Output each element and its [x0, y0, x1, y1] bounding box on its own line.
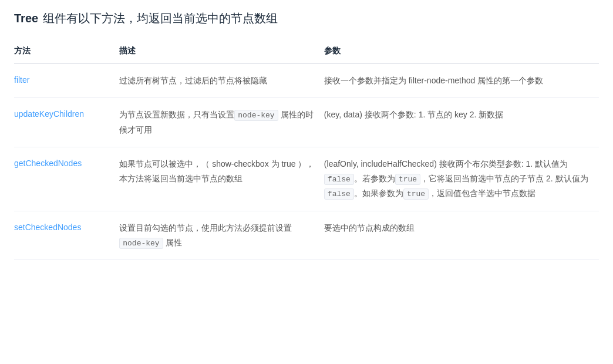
description-text: 如果节点可以被选中，（ show-checkbox 为 true ），本方法将返… — [119, 157, 317, 186]
page-wrapper: Tree 组件有以下方法，均返回当前选中的节点数组 方法 描述 参数 filte… — [0, 0, 613, 274]
inline-code: node-key — [119, 238, 163, 249]
header-row: 方法 描述 参数 — [14, 39, 599, 64]
inline-code: true — [395, 174, 420, 185]
table-body: filter过滤所有树节点，过滤后的节点将被隐藏接收一个参数并指定为 filte… — [14, 64, 599, 260]
col-parameter: 参数 — [324, 39, 599, 64]
table-row: updateKeyChildren为节点设置新数据，只有当设置node-key … — [14, 98, 599, 147]
methods-table: 方法 描述 参数 filter过滤所有树节点，过滤后的节点将被隐藏接收一个参数并… — [14, 39, 599, 260]
inline-code: false — [324, 188, 354, 200]
method-cell: updateKeyChildren — [14, 98, 119, 147]
inline-code: false — [324, 174, 354, 185]
table-row: filter过滤所有树节点，过滤后的节点将被隐藏接收一个参数并指定为 filte… — [14, 64, 599, 98]
inline-code: true — [403, 188, 429, 200]
method-name: getCheckedNodes — [14, 159, 82, 168]
method-cell: setCheckedNodes — [14, 211, 119, 260]
parameter-text: (leafOnly, includeHalfChecked) 接收两个布尔类型参… — [324, 157, 592, 201]
table-row: setCheckedNodes设置目前勾选的节点，使用此方法必须提前设置node… — [14, 211, 599, 260]
table-row: getCheckedNodes如果节点可以被选中，（ show-checkbox… — [14, 147, 599, 211]
title-keyword: Tree — [14, 9, 38, 27]
title-rest: 组件有以下方法，均返回当前选中的节点数组 — [43, 9, 278, 27]
description-cell: 过滤所有树节点，过滤后的节点将被隐藏 — [119, 64, 324, 98]
description-text: 过滤所有树节点，过滤后的节点将被隐藏 — [119, 73, 317, 88]
method-cell: filter — [14, 64, 119, 98]
parameter-cell: (key, data) 接收两个参数: 1. 节点的 key 2. 新数据 — [324, 98, 599, 147]
parameter-cell: (leafOnly, includeHalfChecked) 接收两个布尔类型参… — [324, 147, 599, 211]
method-name: setCheckedNodes — [14, 223, 81, 232]
parameter-text: (key, data) 接收两个参数: 1. 节点的 key 2. 新数据 — [324, 107, 592, 122]
parameter-cell: 接收一个参数并指定为 filter-node-method 属性的第一个参数 — [324, 64, 599, 98]
description-cell: 设置目前勾选的节点，使用此方法必须提前设置node-key 属性 — [119, 211, 324, 260]
table-head: 方法 描述 参数 — [14, 39, 599, 64]
description-cell: 如果节点可以被选中，（ show-checkbox 为 true ），本方法将返… — [119, 147, 324, 211]
page-title: Tree 组件有以下方法，均返回当前选中的节点数组 — [14, 9, 599, 27]
method-cell: getCheckedNodes — [14, 147, 119, 211]
parameter-cell: 要选中的节点构成的数组 — [324, 211, 599, 260]
parameter-text: 要选中的节点构成的数组 — [324, 221, 592, 235]
description-text: 设置目前勾选的节点，使用此方法必须提前设置node-key 属性 — [119, 221, 317, 251]
method-name: updateKeyChildren — [14, 109, 84, 119]
description-text: 为节点设置新数据，只有当设置node-key 属性的时候才可用 — [119, 107, 317, 137]
inline-code: node-key — [234, 110, 278, 121]
method-name: filter — [14, 75, 29, 85]
col-method: 方法 — [14, 39, 119, 64]
col-description: 描述 — [119, 39, 324, 64]
description-cell: 为节点设置新数据，只有当设置node-key 属性的时候才可用 — [119, 98, 324, 147]
parameter-text: 接收一个参数并指定为 filter-node-method 属性的第一个参数 — [324, 73, 592, 88]
